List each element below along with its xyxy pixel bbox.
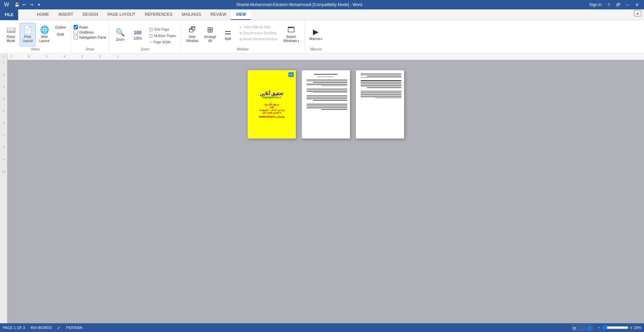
tab-review[interactable]: REVIEW xyxy=(206,9,231,20)
zoom-in-btn[interactable]: + xyxy=(630,325,633,330)
nav-pane-check[interactable]: Navigation Pane xyxy=(74,35,107,39)
outline-btn[interactable]: Outline xyxy=(53,24,68,31)
view-side-by-side-btn[interactable]: ⫼ View Side by Side xyxy=(237,24,280,30)
close-btn[interactable]: ✕ xyxy=(633,1,641,8)
full-screen-status-btn[interactable]: ⛶ xyxy=(579,325,585,331)
macros-buttons: ▶ Macros▾ xyxy=(307,22,325,47)
ruler-num-4: 4 xyxy=(64,55,65,58)
help-btn[interactable]: ? xyxy=(604,1,613,8)
zoom100-btn[interactable]: 100 100% xyxy=(129,24,146,47)
page-1-url: Tahghighonline.ir xyxy=(262,96,281,98)
gridlines-check[interactable]: Gridlines xyxy=(74,30,107,34)
arrange-all-label: ArrangeAll xyxy=(204,35,216,43)
draft-btn[interactable]: Draft xyxy=(53,31,68,38)
v-ruler-6: 6 xyxy=(3,122,4,134)
word-icon: W xyxy=(4,2,9,8)
extra-view-btns: Outline Draft xyxy=(53,23,68,38)
p2-l3 xyxy=(313,82,347,83)
p3-l7 xyxy=(361,83,401,83)
redo-quick-btn[interactable]: ↪ xyxy=(28,1,35,8)
print-layout-btn[interactable]: 📄 PrintLayout xyxy=(19,23,36,46)
ribbon-content: 📖 ReadMode 📄 PrintLayout 🌐 WebLayout Out… xyxy=(0,20,644,53)
tab-references[interactable]: REFERENCES xyxy=(140,9,177,20)
zoom-out-btn[interactable]: − xyxy=(598,325,600,330)
switch-windows-icon: 🗔 xyxy=(287,26,295,34)
p3-l6 xyxy=(361,82,401,82)
multiple-pages-btn[interactable]: 📋 Multiple Pages xyxy=(147,33,178,39)
save-quick-btn[interactable]: 💾 xyxy=(13,1,20,8)
zoom-sub-btns: 📋 One Page 📋 Multiple Pages ↔ Page Width xyxy=(147,25,178,45)
ruler-check[interactable]: Ruler xyxy=(74,25,107,29)
title-bar-right: Sign in ? 🗗 ─ ✕ xyxy=(589,1,641,8)
show-group-label: Show xyxy=(86,47,94,52)
read-mode-btn[interactable]: 📖 ReadMode xyxy=(3,23,19,46)
read-mode-icon: 📖 xyxy=(6,26,15,34)
reset-window-position-btn[interactable]: ⊞ Reset Window Position xyxy=(237,36,280,42)
page-width-btn[interactable]: ↔ Page Width xyxy=(147,39,178,45)
v-ruler-2: 2 xyxy=(3,73,4,85)
views-buttons: 📖 ReadMode 📄 PrintLayout 🌐 WebLayout Out… xyxy=(3,22,68,47)
synchronous-scrolling-btn[interactable]: ⇅ Synchronous Scrolling xyxy=(237,30,280,36)
tab-design[interactable]: DESIGN xyxy=(78,9,103,20)
p2-l5 xyxy=(307,84,347,85)
ribbon-collapse-btn[interactable]: ▲ xyxy=(634,10,641,16)
read-mode-label: ReadMode xyxy=(6,35,15,43)
arrange-all-btn[interactable]: ⊞ ArrangeAll xyxy=(202,23,219,46)
file-tab[interactable]: FILE xyxy=(0,9,18,20)
draft-label: Draft xyxy=(57,33,64,36)
multiple-pages-label: Multiple Pages xyxy=(154,34,176,38)
p2-l2 xyxy=(307,81,347,82)
ruler-num-7: 7 xyxy=(10,55,12,58)
tab-mailings[interactable]: MAILINGS xyxy=(177,9,206,20)
p2-gap3 xyxy=(305,101,347,103)
show-buttons: Ruler Gridlines Navigation Pane xyxy=(74,22,107,47)
nav-pane-checkbox[interactable] xyxy=(74,35,78,39)
v-ruler-1: 1 xyxy=(3,61,4,73)
tab-view[interactable]: VIEW xyxy=(231,9,251,20)
p2-l15 xyxy=(313,100,347,101)
p3-l5 xyxy=(361,80,401,81)
print-layout-status-btn[interactable]: ▤ xyxy=(571,325,577,331)
new-window-btn[interactable]: 🗗 NewWindow xyxy=(184,23,201,46)
page-1-arrow: ← xyxy=(270,100,273,103)
zoom-slider[interactable] xyxy=(602,325,629,330)
switch-windows-btn[interactable]: 🗔 SwitchWindows▾ xyxy=(281,23,301,46)
p2-sub-line xyxy=(317,77,334,77)
minimize-btn[interactable]: ─ xyxy=(623,1,632,8)
macros-btn[interactable]: ▶ Macros▾ xyxy=(307,23,325,46)
p3-l15 xyxy=(361,94,401,95)
p3-l8 xyxy=(361,84,401,85)
p2-l4 xyxy=(307,83,347,84)
web-layout-status-btn[interactable]: 🌐 xyxy=(586,325,592,331)
vertical-ruler: 1 2 3 4 5 6 7 8 9 10 xyxy=(0,60,7,323)
page-1-content: img تحقیق آنلاین Tahghighonline.ir ← مرج… xyxy=(248,70,296,138)
restore-btn[interactable]: 🗗 xyxy=(614,1,622,8)
p2-l18 xyxy=(307,106,347,107)
tab-page-layout[interactable]: PAGE LAYOUT xyxy=(103,9,140,20)
zoom-icon: 🔍 xyxy=(116,29,125,36)
tab-insert[interactable]: INSERT xyxy=(54,9,78,20)
gridlines-checkbox[interactable] xyxy=(74,30,78,34)
ruler-checkbox[interactable] xyxy=(74,25,78,29)
title-bar-left: W xyxy=(3,2,9,8)
customize-quick-btn[interactable]: ▾ xyxy=(36,1,42,8)
web-layout-btn[interactable]: 🌐 WebLayout xyxy=(36,23,52,46)
sign-in-btn[interactable]: Sign in xyxy=(589,2,602,7)
status-left: PAGE 1 OF 3 454 WORDS ✓ PERSIAN xyxy=(3,325,82,330)
page-width-label: Page Width xyxy=(153,40,171,44)
p2-l13 xyxy=(307,98,347,98)
one-page-btn[interactable]: 📋 One Page xyxy=(147,27,178,32)
split-btn[interactable]: ⚌ Split xyxy=(220,23,236,46)
document-area[interactable]: img تحقیق آنلاین Tahghighonline.ir ← مرج… xyxy=(7,60,644,323)
v-ruler-5: 5 xyxy=(3,110,4,122)
undo-quick-btn[interactable]: ↩ xyxy=(21,1,28,8)
tab-home[interactable]: HOME xyxy=(32,9,54,20)
word-count: 454 WORDS xyxy=(30,326,52,330)
zoom-btn[interactable]: 🔍 Zoom xyxy=(112,24,128,47)
language-indicator[interactable]: PERSIAN xyxy=(66,326,82,330)
quick-access-toolbar: 💾 ↩ ↪ ▾ xyxy=(13,1,42,8)
ribbon-group-macros: ▶ Macros▾ Macros xyxy=(305,22,328,52)
p2-l6 xyxy=(321,86,347,86)
one-page-label: One Page xyxy=(154,28,169,31)
proofing-icon[interactable]: ✓ xyxy=(57,325,61,330)
